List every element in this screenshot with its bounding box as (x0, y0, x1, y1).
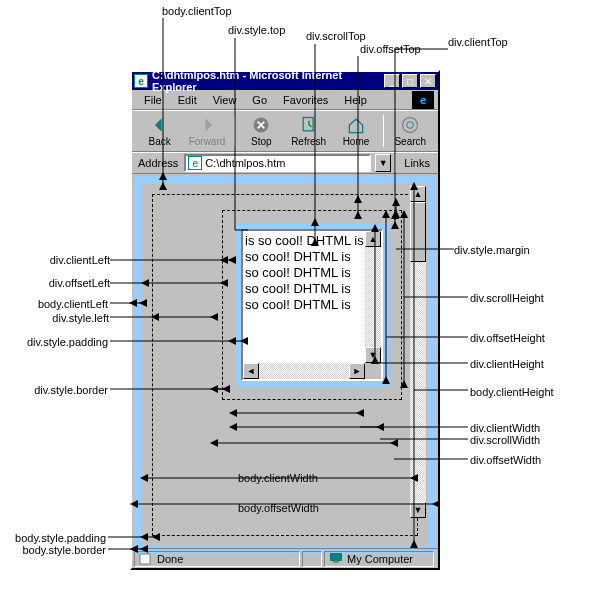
doc-icon: e (188, 156, 202, 170)
maximize-button[interactable]: □ (402, 74, 418, 88)
refresh-icon (299, 115, 319, 135)
menu-go[interactable]: Go (244, 92, 275, 108)
home-button[interactable]: Home (332, 115, 379, 147)
stage: body.clientTop div.style.top div.scrollT… (0, 0, 609, 602)
sb-up-button[interactable]: ▲ (365, 231, 381, 247)
callout-div-style-top: div.style.top (228, 24, 285, 36)
callout-div-clientWidth: div.clientWidth (470, 422, 540, 434)
window-title: C:\dhtmlpos.htm - Microsoft Internet Exp… (152, 69, 382, 93)
forward-arrow-icon (197, 115, 217, 135)
svg-point-3 (407, 122, 414, 129)
callout-div-scrollWidth: div.scrollWidth (470, 434, 540, 446)
callout-div-style-padding: div.style.padding (20, 336, 108, 348)
callout-div-clientLeft: div.clientLeft (40, 254, 110, 266)
computer-icon (329, 552, 343, 566)
menu-edit[interactable]: Edit (170, 92, 205, 108)
toolbar: Back Forward Stop Refresh Home (132, 110, 438, 152)
statusbar: Done My Computer (132, 548, 438, 568)
callout-body-clientHeight: body.clientHeight (470, 386, 554, 398)
callout-div-scrollHeight: div.scrollHeight (470, 292, 544, 304)
callout-body-clientTop: body.clientTop (162, 5, 232, 17)
svg-rect-1 (303, 118, 313, 131)
callout-body-clientWidth: body.clientWidth (238, 472, 318, 484)
callout-div-offsetLeft: div.offsetLeft (40, 277, 110, 289)
menubar: File Edit View Go Favorites Help e (132, 90, 438, 110)
menu-view[interactable]: View (205, 92, 245, 108)
refresh-button[interactable]: Refresh (285, 115, 332, 147)
back-button[interactable]: Back (136, 115, 183, 147)
div-content: is so cool! DHTML is so cool! DHTML is s… (241, 229, 383, 381)
search-button[interactable]: Search (387, 115, 434, 147)
body-scrollbar-vertical[interactable]: ▲ ▼ (410, 186, 426, 518)
svg-rect-6 (333, 561, 339, 563)
links-label[interactable]: Links (400, 157, 434, 169)
div-border: is so cool! DHTML is so cool! DHTML is s… (235, 223, 389, 387)
menu-favorites[interactable]: Favorites (275, 92, 336, 108)
home-icon (346, 115, 366, 135)
titlebar[interactable]: e C:\dhtmlpos.htm - Microsoft Internet E… (132, 72, 438, 90)
callout-body-style-padding: body.style.padding (6, 532, 106, 544)
ie-icon: e (134, 74, 148, 88)
back-arrow-icon (150, 115, 170, 135)
address-label: Address (136, 157, 180, 169)
toolbar-sep2 (383, 115, 384, 147)
close-button[interactable]: ✕ (420, 74, 436, 88)
menu-file[interactable]: File (136, 92, 170, 108)
stop-icon (251, 115, 271, 135)
callout-div-offsetTop: div.offsetTop (360, 43, 421, 55)
toolbar-sep (234, 115, 235, 147)
body-sb-down[interactable]: ▼ (410, 502, 426, 518)
forward-button[interactable]: Forward (183, 115, 230, 147)
callout-body-offsetWidth: body.offsetWidth (238, 502, 319, 514)
svg-rect-4 (140, 554, 150, 564)
ie-window: e C:\dhtmlpos.htm - Microsoft Internet E… (130, 70, 440, 570)
svg-point-2 (403, 118, 418, 133)
minimize-button[interactable]: _ (384, 74, 400, 88)
div-scrollbar-horizontal[interactable]: ◄ ► (243, 363, 365, 379)
done-doc-icon (139, 553, 153, 565)
ie-logo-icon: e (412, 91, 434, 109)
body-sb-thumb[interactable] (410, 202, 426, 262)
status-blank1 (302, 551, 322, 567)
sb-corner (365, 363, 381, 379)
div-margin-edge: is so cool! DHTML is so cool! DHTML is s… (222, 210, 402, 400)
svg-rect-5 (330, 553, 342, 561)
sb-left-button[interactable]: ◄ (243, 363, 259, 379)
callout-div-offsetHeight: div.offsetHeight (470, 332, 545, 344)
callout-div-clientHeight: div.clientHeight (470, 358, 544, 370)
address-field[interactable]: e C:\dhtmlpos.htm (184, 154, 371, 172)
status-done: Done (134, 551, 300, 567)
callout-div-clientTop: div.clientTop (448, 36, 508, 48)
address-dropdown-button[interactable]: ▼ (375, 154, 391, 172)
callout-div-scrollTop: div.scrollTop (306, 30, 366, 42)
sb-right-button[interactable]: ► (349, 363, 365, 379)
callout-div-style-border: div.style.border (28, 384, 108, 396)
body-sb-up[interactable]: ▲ (410, 186, 426, 202)
callout-body-style-border: body.style.border (6, 544, 106, 556)
address-value: C:\dhtmlpos.htm (205, 157, 285, 169)
sb-down-button[interactable]: ▼ (365, 347, 381, 363)
callout-div-style-margin: div.style.margin (454, 244, 530, 256)
content-area: is so cool! DHTML is so cool! DHTML is s… (132, 174, 438, 556)
div-scrollbar-vertical[interactable]: ▲ ▼ (365, 231, 381, 363)
callout-div-offsetWidth: div.offsetWidth (470, 454, 541, 466)
menu-help[interactable]: Help (336, 92, 375, 108)
doc-text: is so cool! DHTML is so cool! DHTML is s… (245, 233, 364, 312)
callout-body-clientLeft: body.clientLeft (26, 298, 108, 310)
search-icon (400, 115, 420, 135)
addressbar: Address e C:\dhtmlpos.htm ▼ Links (132, 152, 438, 174)
stop-button[interactable]: Stop (238, 115, 285, 147)
callout-div-style-left: div.style.left (45, 312, 109, 324)
status-zone: My Computer (324, 551, 434, 567)
body-border: is so cool! DHTML is so cool! DHTML is s… (134, 176, 436, 554)
